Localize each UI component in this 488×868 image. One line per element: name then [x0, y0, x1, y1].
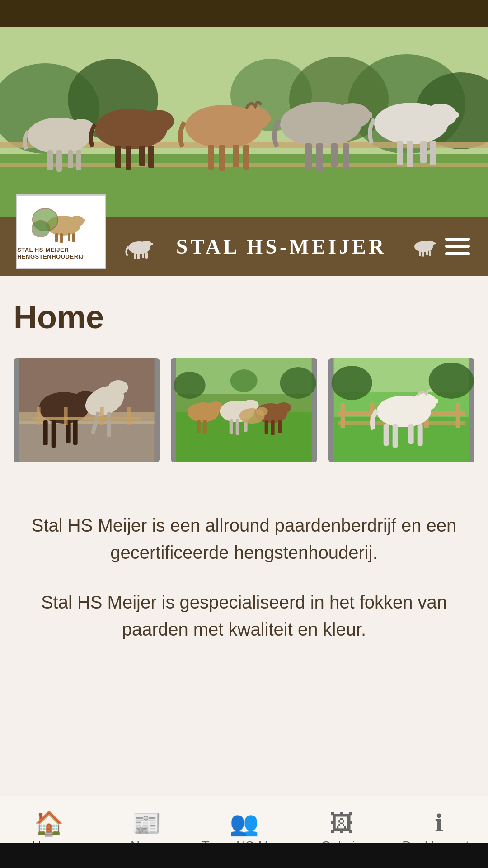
svg-rect-37 [343, 143, 349, 170]
svg-rect-29 [233, 145, 239, 167]
svg-rect-14 [56, 150, 62, 172]
svg-rect-60 [142, 252, 144, 258]
nav-horse-right-icon [409, 232, 436, 261]
svg-rect-75 [52, 420, 56, 448]
svg-rect-36 [331, 143, 338, 167]
galerie-icon: 🖼 [330, 811, 353, 835]
svg-rect-86 [127, 407, 131, 425]
svg-rect-51 [68, 233, 70, 241]
description-2: Stal HS Meijer is gespecialiseerd in het… [23, 589, 465, 643]
svg-rect-59 [137, 252, 140, 259]
svg-rect-48 [80, 219, 85, 222]
svg-rect-124 [392, 424, 398, 448]
svg-rect-27 [208, 145, 214, 170]
hamburger-line-2 [445, 245, 470, 248]
svg-rect-52 [72, 233, 75, 242]
logo-box: STAL HS-MEIJER HENGSTENHOUDERIJ [16, 194, 106, 269]
svg-point-103 [276, 402, 291, 413]
text-content: Stal HS Meijer is een allround paardenbe… [14, 498, 474, 656]
svg-rect-58 [134, 252, 136, 259]
nav-horse-left-icon [122, 231, 154, 262]
news-icon: 📰 [132, 811, 161, 835]
svg-rect-21 [126, 146, 131, 170]
svg-rect-105 [271, 420, 275, 435]
svg-rect-66 [422, 250, 424, 257]
svg-rect-30 [243, 145, 249, 170]
svg-rect-35 [316, 143, 323, 171]
svg-point-108 [256, 407, 268, 416]
svg-rect-26 [262, 115, 271, 121]
svg-rect-84 [64, 407, 68, 425]
hero-banner [0, 27, 488, 217]
svg-rect-125 [408, 424, 413, 444]
svg-rect-95 [197, 420, 201, 433]
svg-rect-28 [219, 145, 225, 171]
svg-point-112 [428, 363, 474, 399]
logo-text: STAL HS-MEIJER HENGSTENHOUDERIJ [17, 246, 105, 260]
svg-rect-96 [203, 420, 207, 434]
svg-point-89 [174, 372, 206, 399]
svg-rect-42 [407, 141, 413, 167]
svg-rect-104 [265, 420, 268, 434]
svg-rect-99 [230, 419, 233, 434]
page-content: Home [0, 276, 488, 742]
image-gallery [14, 358, 474, 462]
svg-rect-40 [450, 112, 459, 118]
hamburger-menu-button[interactable] [441, 233, 474, 260]
home-icon: 🏠 [34, 811, 64, 835]
svg-rect-74 [43, 420, 48, 445]
svg-rect-43 [420, 141, 427, 163]
page-title: Home [14, 298, 474, 335]
svg-rect-119 [455, 403, 460, 428]
svg-rect-126 [417, 424, 422, 446]
svg-rect-67 [426, 250, 428, 255]
svg-rect-68 [429, 250, 431, 256]
svg-rect-16 [76, 150, 81, 170]
svg-rect-23 [148, 146, 154, 168]
svg-rect-34 [305, 143, 312, 170]
svg-rect-49 [55, 233, 58, 242]
gallery-item-1[interactable] [14, 358, 160, 462]
svg-rect-77 [73, 420, 78, 445]
svg-rect-70 [19, 421, 155, 462]
svg-rect-81 [107, 412, 111, 437]
hero-image [0, 27, 488, 217]
svg-rect-13 [47, 150, 53, 170]
svg-rect-33 [362, 112, 372, 118]
hamburger-line-1 [445, 238, 470, 241]
svg-point-56 [141, 241, 151, 248]
system-bar-bottom [0, 843, 488, 868]
svg-point-91 [230, 369, 258, 392]
svg-rect-106 [278, 420, 282, 433]
svg-rect-64 [433, 242, 436, 244]
svg-rect-65 [419, 250, 421, 256]
svg-point-63 [426, 241, 434, 247]
svg-rect-19 [166, 118, 174, 123]
svg-rect-57 [150, 243, 153, 245]
svg-rect-83 [37, 407, 41, 425]
status-bar [0, 0, 488, 27]
svg-rect-50 [60, 233, 63, 243]
nav-brand: STAL HS-MEIJER [154, 235, 409, 259]
hamburger-line-3 [445, 252, 470, 255]
svg-rect-44 [430, 141, 436, 165]
svg-rect-85 [100, 407, 104, 425]
team-icon: 👥 [230, 811, 259, 835]
svg-point-111 [331, 366, 372, 400]
svg-rect-22 [139, 146, 145, 166]
gallery-item-2[interactable] [171, 358, 317, 462]
svg-rect-123 [383, 424, 389, 446]
svg-rect-116 [340, 403, 345, 428]
gallery-item-3[interactable] [328, 358, 474, 462]
svg-rect-20 [115, 146, 121, 168]
svg-rect-100 [236, 419, 239, 435]
svg-rect-61 [145, 252, 148, 259]
description-1: Stal HS Meijer is een allround paardenbe… [23, 512, 465, 566]
nav-menu-area [409, 232, 474, 261]
svg-rect-41 [397, 141, 403, 165]
svg-rect-82 [33, 417, 141, 420]
svg-point-79 [108, 380, 128, 395]
svg-rect-15 [68, 150, 73, 168]
svg-rect-122 [431, 399, 438, 403]
navbar: STAL HS-MEIJER HENGSTENHOUDERIJ STAL HS-… [0, 217, 488, 276]
